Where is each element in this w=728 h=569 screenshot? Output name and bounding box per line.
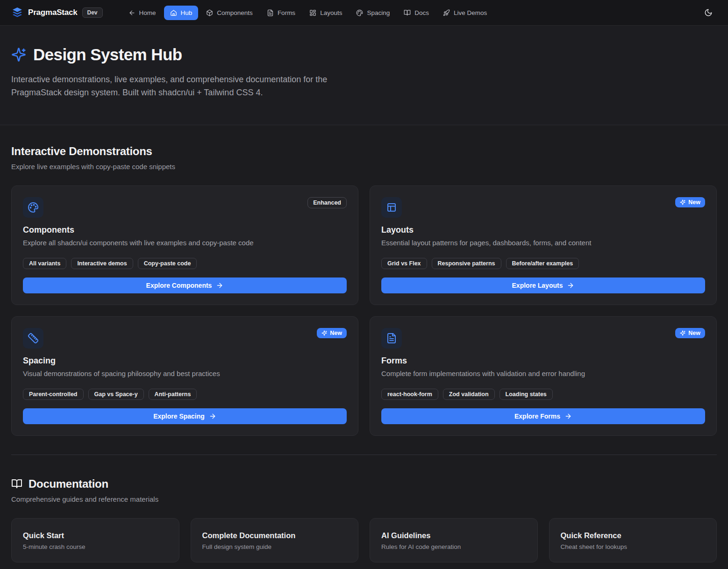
- explore-forms-button[interactable]: Explore Forms: [381, 408, 705, 424]
- explore-components-button[interactable]: Explore Components: [23, 277, 347, 293]
- nav-label: Hub: [181, 9, 193, 16]
- rocket-icon: [443, 9, 450, 16]
- demos-grid: Enhanced Components Explore all shadcn/u…: [11, 185, 717, 436]
- tag-row: react-hook-form Zod validation Loading s…: [381, 389, 705, 400]
- tag-row: All variants Interactive demos Copy-past…: [23, 258, 347, 269]
- sparkles-icon: [321, 330, 327, 336]
- ruler-icon: [23, 328, 43, 349]
- nav-label: Layouts: [320, 9, 342, 16]
- enhanced-badge: Enhanced: [307, 197, 347, 208]
- badge-label: New: [688, 330, 700, 336]
- badge-label: New: [688, 199, 700, 206]
- doc-card-title: AI Guidelines: [381, 531, 526, 540]
- sparkles-icon: [680, 330, 685, 336]
- tag: Grid vs Flex: [381, 258, 427, 269]
- palette-icon: [23, 197, 43, 218]
- demo-card-layouts: New Layouts Essential layout patterns fo…: [370, 185, 717, 305]
- card-title: Forms: [381, 356, 705, 366]
- docs-section-subtitle: Comprehensive guides and reference mater…: [11, 495, 717, 503]
- doc-card-quick-reference[interactable]: Quick Reference Cheat sheet for lookups: [549, 518, 717, 562]
- nav-label: Home: [139, 9, 156, 16]
- tag: Gap vs Space-y: [88, 389, 144, 400]
- doc-card-description: 5-minute crash course: [23, 543, 168, 550]
- demos-section: Interactive Demonstrations Explore live …: [0, 145, 728, 436]
- demo-card-components: Enhanced Components Explore all shadcn/u…: [11, 185, 358, 305]
- card-description: Explore all shadcn/ui components with li…: [23, 239, 347, 247]
- tag: Before/after examples: [506, 258, 579, 269]
- nav-label: Live Demos: [454, 9, 487, 16]
- badge-label: New: [330, 330, 342, 336]
- doc-card-title: Complete Documentation: [202, 531, 347, 540]
- page-title: Design System Hub: [33, 45, 182, 64]
- new-badge: New: [317, 328, 347, 338]
- doc-card-description: Full design system guide: [202, 543, 347, 550]
- nav-item-layouts[interactable]: Layouts: [303, 6, 348, 20]
- theme-toggle-button[interactable]: [700, 4, 717, 21]
- demos-section-title: Interactive Demonstrations: [11, 145, 717, 158]
- sparkles-icon: [680, 199, 685, 205]
- nav-item-forms[interactable]: Forms: [261, 6, 301, 20]
- tag-row: Parent-controlled Gap vs Space-y Anti-pa…: [23, 389, 347, 400]
- tag: Zod validation: [443, 389, 495, 400]
- nav-item-live-demos[interactable]: Live Demos: [437, 6, 493, 20]
- button-label: Explore Forms: [514, 413, 560, 420]
- new-badge: New: [675, 197, 705, 207]
- button-label: Explore Layouts: [512, 282, 563, 289]
- page-description: Interactive demonstrations, live example…: [11, 73, 359, 100]
- card-description: Visual demonstrations of spacing philoso…: [23, 370, 347, 377]
- doc-card-description: Cheat sheet for lookups: [561, 543, 706, 550]
- sparkles-icon: [11, 47, 26, 62]
- env-badge: Dev: [82, 7, 103, 18]
- doc-card-title: Quick Start: [23, 531, 168, 540]
- navbar: PragmaStack Dev Home Hub Components Fo: [0, 0, 728, 26]
- layers-logo-icon: [11, 7, 23, 19]
- tag: All variants: [23, 258, 66, 269]
- file-text-icon: [267, 9, 274, 16]
- docs-section-title: Documentation: [29, 477, 108, 491]
- tag-row: Grid vs Flex Responsive patterns Before/…: [381, 258, 705, 269]
- nav-label: Forms: [278, 9, 295, 16]
- new-badge: New: [675, 328, 705, 338]
- nav-item-home[interactable]: Home: [122, 6, 162, 20]
- section-divider: [11, 455, 717, 455]
- explore-spacing-button[interactable]: Explore Spacing: [23, 408, 347, 424]
- main-nav: Home Hub Components Forms Layouts: [122, 6, 493, 20]
- layout-template-icon: [381, 197, 402, 218]
- tag: Anti-patterns: [149, 389, 197, 400]
- card-description: Essential layout patterns for pages, das…: [381, 239, 705, 247]
- nav-label: Spacing: [367, 9, 390, 16]
- doc-card-title: Quick Reference: [561, 531, 706, 540]
- tag: Parent-controlled: [23, 389, 84, 400]
- arrow-right-icon: [567, 282, 574, 289]
- doc-card-description: Rules for AI code generation: [381, 543, 526, 550]
- docs-section: Documentation Comprehensive guides and r…: [0, 477, 728, 562]
- demos-section-subtitle: Explore live examples with copy-paste co…: [11, 163, 717, 171]
- doc-card-quick-start[interactable]: Quick Start 5-minute crash course: [11, 518, 179, 562]
- nav-item-docs[interactable]: Docs: [398, 6, 435, 20]
- arrow-right-icon: [216, 282, 223, 289]
- book-open-icon: [404, 9, 411, 16]
- demo-card-spacing: New Spacing Visual demonstrations of spa…: [11, 316, 358, 436]
- file-text-icon: [381, 328, 402, 349]
- arrow-right-icon: [209, 413, 216, 420]
- doc-card-complete-documentation[interactable]: Complete Documentation Full design syste…: [191, 518, 359, 562]
- demo-card-forms: New Forms Complete form implementations …: [370, 316, 717, 436]
- tag: Loading states: [500, 389, 553, 400]
- nav-item-hub[interactable]: Hub: [164, 6, 199, 20]
- nav-item-components[interactable]: Components: [200, 6, 259, 20]
- tag: Responsive patterns: [432, 258, 501, 269]
- palette-icon: [356, 9, 363, 16]
- doc-card-ai-guidelines[interactable]: AI Guidelines Rules for AI code generati…: [370, 518, 538, 562]
- explore-layouts-button[interactable]: Explore Layouts: [381, 277, 705, 293]
- book-open-icon: [11, 478, 22, 490]
- arrow-left-icon: [128, 9, 136, 16]
- brand[interactable]: PragmaStack Dev: [11, 7, 103, 19]
- card-description: Complete form implementations with valid…: [381, 370, 705, 377]
- tag: Interactive demos: [71, 258, 133, 269]
- tag: react-hook-form: [381, 389, 438, 400]
- docs-grid: Quick Start 5-minute crash course Comple…: [11, 518, 717, 562]
- button-label: Explore Components: [146, 282, 212, 289]
- card-title: Layouts: [381, 225, 705, 235]
- nav-item-spacing[interactable]: Spacing: [350, 6, 396, 20]
- layout-grid-icon: [309, 9, 316, 16]
